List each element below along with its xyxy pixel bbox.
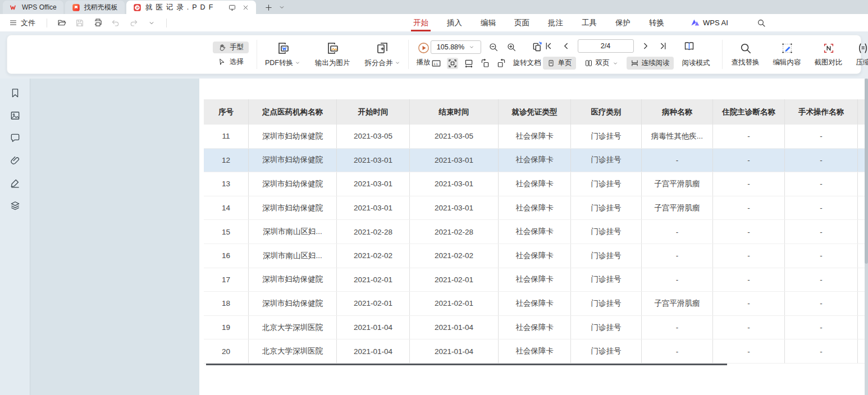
- hand-tool-button[interactable]: 手型: [213, 42, 249, 53]
- next-page-button[interactable]: [640, 40, 651, 52]
- table-row[interactable]: 15深圳市南山区妇...2021-02-282021-02-28社会保障卡门诊挂…: [204, 220, 865, 244]
- tab-insert[interactable]: 插入: [447, 14, 462, 31]
- table-row[interactable]: 19北京大学深圳医院2021-01-042021-01-04社会保障卡门诊挂号-…: [204, 316, 865, 340]
- zoom-in-icon: [506, 42, 517, 52]
- table-cell: -: [785, 220, 858, 244]
- table-cell: 深圳市妇幼保健院: [249, 149, 337, 172]
- table-row[interactable]: 18深圳市妇幼保健院2021-02-012021-02-01社会保障卡门诊挂号子…: [204, 292, 865, 316]
- undo-button[interactable]: [109, 16, 122, 30]
- tab-home[interactable]: 开始: [413, 14, 428, 31]
- double-page-button[interactable]: 双页: [581, 57, 622, 70]
- split-merge-button[interactable]: 拆分合并: [365, 42, 400, 68]
- print-button[interactable]: [91, 16, 104, 30]
- zoom-level-dropdown[interactable]: 105.88%: [431, 40, 481, 54]
- table-cell: 深圳市南山区妇...: [249, 244, 337, 268]
- rotate-document-label[interactable]: 旋转文档: [513, 58, 541, 68]
- first-page-button[interactable]: [543, 40, 554, 52]
- thumbnail-image-icon[interactable]: [10, 110, 21, 121]
- table-cell: 深圳市妇幼保健院: [249, 196, 337, 220]
- tab-wps-home[interactable]: WPS Office: [3, 1, 63, 14]
- file-menu-button[interactable]: 文件: [6, 16, 39, 30]
- bookmark-icon[interactable]: [10, 88, 21, 99]
- comment-icon[interactable]: [10, 132, 21, 144]
- table-row[interactable]: 17深圳市妇幼保健院2021-02-012021-02-01社会保障卡门诊挂号-…: [204, 268, 865, 292]
- tab-docer-templates[interactable]: 找稻壳模板: [65, 1, 125, 14]
- table-cell: 14: [204, 196, 249, 220]
- table-cell: -: [713, 196, 785, 220]
- actual-size-button[interactable]: [431, 58, 442, 69]
- tab-document-pdf[interactable]: 就医记录.PDF: [126, 1, 256, 14]
- last-page-button[interactable]: [657, 40, 669, 52]
- table-header-cell: 医疗类别: [571, 99, 642, 125]
- close-tab-icon[interactable]: [242, 4, 249, 11]
- table-cell: 门诊挂号: [571, 268, 642, 292]
- tab-protect[interactable]: 保护: [615, 14, 631, 31]
- read-mode-button[interactable]: 阅读模式: [678, 57, 714, 70]
- play-button[interactable]: 播放: [417, 42, 431, 67]
- attachment-icon[interactable]: [10, 155, 21, 166]
- wps-logo-icon: [10, 3, 18, 12]
- select-tool-button[interactable]: 选择: [213, 56, 249, 68]
- tab-page[interactable]: 页面: [514, 14, 529, 31]
- table-cell: 门诊挂号: [571, 220, 642, 244]
- read-mode-icon-button[interactable]: [684, 40, 695, 52]
- cursor-icon: [218, 58, 226, 66]
- wps-ai-button[interactable]: WPS AI: [691, 18, 728, 27]
- page-indicator: 2/4: [601, 42, 610, 50]
- table-row[interactable]: 16深圳市南山区妇...2021-02-022021-02-02社会保障卡门诊挂…: [204, 244, 865, 268]
- save-button[interactable]: [73, 16, 86, 30]
- fit-width-button[interactable]: [463, 58, 474, 69]
- tab-convert[interactable]: 转换: [649, 14, 664, 31]
- pdf-convert-label: PDF转换: [265, 58, 293, 68]
- zoom-in-button[interactable]: [506, 42, 517, 53]
- rotate-document-button[interactable]: [532, 42, 543, 53]
- table-cell: 15: [204, 220, 249, 244]
- export-image-button[interactable]: 输出为图片: [315, 42, 350, 68]
- chevron-down-icon: [469, 44, 474, 50]
- edit-content-icon: [781, 42, 793, 54]
- table-row[interactable]: 13深圳市妇幼保健院2021-03-012021-03-01社会保障卡门诊挂号子…: [204, 172, 865, 196]
- tab-list-chevron-icon[interactable]: [278, 4, 285, 11]
- single-page-button[interactable]: 单页: [543, 57, 576, 70]
- vertical-scrollbar[interactable]: [865, 79, 868, 395]
- rotate-left-button[interactable]: [479, 58, 491, 69]
- scrollbar-thumb[interactable]: [865, 79, 868, 264]
- open-file-button[interactable]: [55, 16, 68, 30]
- find-replace-button[interactable]: 查找替换: [732, 42, 760, 67]
- page-number-input[interactable]: 2/4: [578, 39, 634, 53]
- layers-icon[interactable]: [10, 200, 21, 211]
- signature-icon[interactable]: [10, 177, 21, 189]
- tab-annotate[interactable]: 批注: [548, 14, 563, 31]
- tab-edit[interactable]: 编辑: [481, 14, 496, 31]
- zoom-out-button[interactable]: [488, 42, 499, 53]
- quick-toolbar-chevron[interactable]: [145, 16, 158, 30]
- table-cell: 深圳市妇幼保健院: [249, 292, 337, 315]
- pdf-viewer-area[interactable]: 序号定点医药机构名称开始时间结束时间就诊凭证类型医疗类别病种名称住院主诊断名称手…: [30, 79, 868, 395]
- compress-button[interactable]: 压缩: [856, 42, 868, 67]
- hamburger-menu-icon: [9, 19, 17, 27]
- divider: [722, 40, 723, 69]
- table-cell: 2021-03-05: [337, 125, 410, 148]
- search-icon[interactable]: [757, 19, 766, 27]
- table-row[interactable]: 11深圳市妇幼保健院2021-03-052021-03-05社会保障卡门诊挂号病…: [204, 125, 865, 149]
- table-cell: -: [713, 268, 785, 292]
- continuous-read-button[interactable]: 连续阅读: [627, 57, 674, 70]
- enter-desktop-icon[interactable]: [228, 3, 236, 12]
- tab-tools[interactable]: 工具: [582, 14, 597, 31]
- pdf-convert-button[interactable]: PDF转换: [265, 42, 300, 68]
- double-page-label: 双页: [596, 58, 610, 68]
- table-cell: [858, 125, 865, 148]
- table-cell: [858, 149, 865, 172]
- fit-page-button[interactable]: [447, 58, 458, 69]
- new-tab-icon[interactable]: [264, 3, 273, 12]
- redo-button[interactable]: [127, 16, 140, 30]
- table-row[interactable]: 14深圳市妇幼保健院2021-03-012021-03-01社会保障卡门诊挂号子…: [204, 196, 865, 221]
- prev-page-button[interactable]: [560, 40, 572, 52]
- table-cell: 2021-01-04: [410, 339, 499, 363]
- edit-content-button[interactable]: 编辑内容: [773, 42, 801, 67]
- screenshot-compare-button[interactable]: 截图对比: [815, 42, 843, 67]
- one-to-one-icon: [431, 58, 441, 68]
- table-row[interactable]: 12深圳市妇幼保健院2021-03-012021-03-01社会保障卡门诊挂号-…: [204, 149, 865, 173]
- table-row[interactable]: 20北京大学深圳医院2021-01-042021-01-04社会保障卡门诊挂号-…: [204, 339, 865, 364]
- rotate-right-button[interactable]: [496, 58, 507, 69]
